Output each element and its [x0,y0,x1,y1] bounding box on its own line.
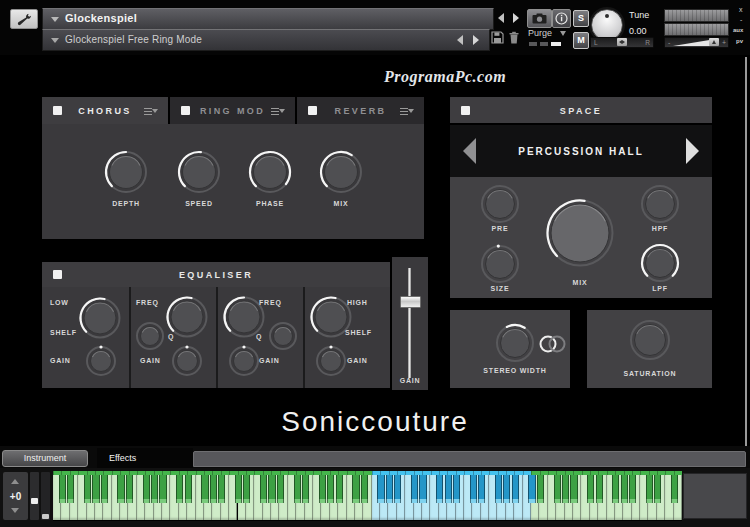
black-key[interactable] [377,475,384,503]
instrument-subtitle-bar[interactable]: Glockenspiel Free Ring Mode [42,29,490,51]
reverb-menu-icon[interactable] [400,107,414,116]
keyboard-keys[interactable] [53,471,682,521]
black-key[interactable] [117,475,124,503]
black-key[interactable] [218,475,225,503]
saturation-knob[interactable] [628,318,673,363]
tab-reverb[interactable]: REVERB [297,97,424,124]
black-key[interactable] [101,475,108,503]
prev-instrument-icon[interactable] [498,13,504,23]
tab-chorus[interactable]: CHORUS [42,97,168,124]
black-key[interactable] [176,475,183,503]
snapshot-button[interactable] [527,9,552,28]
next-variant-icon[interactable] [473,35,479,45]
chorus-mix-knob[interactable] [318,149,365,196]
pan-slider[interactable]: L R [590,37,654,48]
window-minimize-label[interactable]: - [740,16,742,23]
black-key[interactable] [394,475,401,503]
black-key[interactable] [512,475,519,503]
black-key[interactable] [201,475,208,503]
black-key[interactable] [411,475,418,503]
eq3-q-knob[interactable] [267,320,300,353]
black-key[interactable] [646,475,653,503]
black-key[interactable] [478,475,485,503]
keyboard-zoom-handle[interactable] [42,514,49,519]
transpose-up-icon[interactable] [11,479,19,484]
rack-scrollbar[interactable] [745,57,747,462]
chorus-phase-knob[interactable] [247,149,294,196]
black-key[interactable] [419,475,426,503]
black-key[interactable] [59,475,66,503]
trash-icon[interactable] [508,31,520,44]
subtitle-collapse-icon[interactable] [51,38,59,43]
keyboard-zoom-strip[interactable] [41,472,50,520]
stereo-width-knob[interactable] [494,322,537,365]
eq1-gain-knob[interactable] [84,344,119,379]
black-key[interactable] [126,475,133,503]
aux-button[interactable]: aux [733,27,743,34]
black-key[interactable] [277,475,284,503]
wrench-button[interactable] [10,9,38,29]
chorus-menu-icon[interactable] [144,107,158,116]
black-key[interactable] [143,475,150,503]
space-hpf-knob[interactable] [639,183,682,226]
black-key[interactable] [352,475,359,503]
black-key[interactable] [596,475,603,503]
volume-handle[interactable] [709,38,719,46]
mute-button[interactable]: M [573,32,589,49]
black-key[interactable] [151,475,158,503]
keyboard-scroll-handle[interactable] [31,498,38,504]
pv-button[interactable]: pv [736,38,743,45]
black-key[interactable] [67,475,74,503]
pan-handle[interactable] [617,38,627,46]
black-key[interactable] [621,475,628,503]
tab-ring-mod[interactable]: RING MOD [170,97,295,124]
black-key[interactable] [453,475,460,503]
black-key[interactable] [210,475,217,503]
black-key[interactable] [562,475,569,503]
black-key[interactable] [84,475,91,503]
black-key[interactable] [361,475,368,503]
eq2-q-knob[interactable] [134,320,167,353]
window-close-label[interactable]: x [739,6,743,13]
black-key[interactable] [327,475,334,503]
eq4-gain-knob[interactable] [314,344,349,379]
save-icon[interactable] [491,31,504,44]
black-key[interactable] [386,475,393,503]
black-key[interactable] [243,475,250,503]
chorus-depth-knob[interactable] [103,149,150,196]
black-key[interactable] [671,475,678,503]
black-key[interactable] [537,475,544,503]
next-instrument-icon[interactable] [513,13,519,23]
purge-caret-icon[interactable] [560,31,566,36]
black-key[interactable] [294,475,301,503]
black-key[interactable] [612,475,619,503]
eq2-gain-knob[interactable] [170,344,205,379]
transpose-control[interactable]: +0 [3,472,28,520]
black-key[interactable] [654,475,661,503]
black-key[interactable] [554,475,561,503]
black-key[interactable] [235,475,242,503]
black-key[interactable] [260,475,267,503]
purge-menu[interactable]: Purge [528,29,552,38]
black-key[interactable] [159,475,166,503]
black-key[interactable] [629,475,636,503]
ring-mod-menu-icon[interactable] [271,107,285,116]
black-key[interactable] [268,475,275,503]
solo-button[interactable]: S [573,10,589,27]
transpose-down-icon[interactable] [11,508,19,513]
black-key[interactable] [528,475,535,503]
black-key[interactable] [185,475,192,503]
black-key[interactable] [445,475,452,503]
volume-slider[interactable]: - + [664,37,729,48]
fader-handle[interactable] [400,296,421,308]
space-pre-knob[interactable] [479,183,522,226]
black-key[interactable] [495,475,502,503]
tab-effects[interactable]: Effects [97,448,193,468]
space-lpf-knob[interactable] [639,242,682,285]
instrument-title-bar[interactable]: Glockenspiel [42,8,494,30]
space-mix-knob[interactable] [544,197,616,269]
black-key[interactable] [570,475,577,503]
black-key[interactable] [470,475,477,503]
black-key[interactable] [92,475,99,503]
fader-track[interactable] [408,268,411,378]
